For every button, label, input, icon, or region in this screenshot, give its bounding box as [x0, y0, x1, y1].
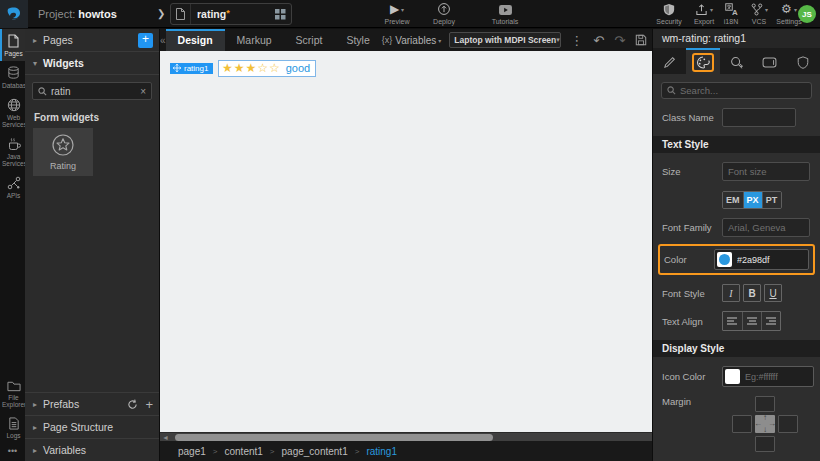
align-right-button[interactable] — [761, 312, 780, 330]
widget-selection-label[interactable]: rating1 — [170, 63, 213, 74]
margin-left-input[interactable] — [732, 415, 752, 433]
font-size-row: Size — [653, 162, 820, 181]
tab-markup[interactable]: Markup — [225, 29, 284, 51]
color-swatch[interactable] — [725, 369, 740, 384]
add-page-button[interactable]: + — [138, 33, 153, 48]
preview-button[interactable]: ▶▾ Preview — [374, 3, 420, 25]
refresh-icon[interactable] — [127, 399, 138, 410]
page-name-input[interactable]: rating* — [191, 8, 269, 20]
design-canvas[interactable]: rating1 ★★★☆☆ good — [160, 51, 652, 432]
icon-color-row: Icon Color — [653, 366, 820, 387]
vcs-button[interactable]: ▾ VCS — [744, 3, 774, 25]
breadcrumb-page-content1[interactable]: page_content1 — [282, 446, 348, 457]
font-color-control[interactable] — [714, 249, 809, 270]
sidebar-item-apis[interactable]: APIs — [0, 171, 25, 203]
property-search-input[interactable] — [680, 85, 806, 96]
more-options-icon[interactable]: ⋮ — [565, 33, 588, 48]
margin-all-handle[interactable]: ↑ ↓ ← → — [755, 415, 775, 433]
filled-stars[interactable]: ★★★ — [222, 61, 257, 75]
i18n-button[interactable]: A i18N — [716, 3, 746, 25]
scrollbar-thumb[interactable] — [175, 434, 493, 441]
breadcrumb-rating1[interactable]: rating1 — [366, 446, 397, 457]
rating-widget-tile[interactable]: Rating — [33, 128, 93, 176]
horizontal-scrollbar[interactable]: ◄ — [160, 432, 652, 441]
color-swatch[interactable] — [717, 252, 732, 267]
save-icon[interactable] — [630, 34, 652, 46]
breadcrumb-page1[interactable]: page1 — [178, 446, 206, 457]
bold-button[interactable]: B — [743, 284, 761, 302]
app-logo[interactable] — [0, 0, 28, 28]
scroll-left-arrow-icon[interactable]: ◄ — [162, 434, 169, 441]
arrow-up-icon: ↑ — [763, 414, 767, 422]
chevron-down-icon[interactable]: ▾ — [401, 6, 404, 13]
security-button[interactable]: Security — [652, 3, 686, 25]
branch-icon — [750, 3, 763, 16]
rating-stars[interactable]: ★★★☆☆ good — [218, 60, 316, 77]
align-left-button[interactable] — [723, 312, 742, 330]
tab-devices[interactable] — [753, 48, 786, 74]
sidebar-item-logs[interactable]: Logs — [0, 412, 25, 443]
chevron-down-icon: ▾ — [438, 37, 441, 44]
sidebar-item-pages[interactable]: Pages — [0, 29, 25, 61]
property-search-box[interactable] — [661, 82, 812, 99]
margin-top-input[interactable] — [755, 396, 775, 412]
font-color-input[interactable] — [737, 255, 806, 265]
font-family-input[interactable] — [722, 218, 810, 237]
pencil-icon — [663, 56, 676, 69]
variables-button[interactable]: {x} Variables ▾ — [382, 29, 441, 51]
arrow-left-icon: ← — [754, 420, 762, 428]
project-name: howtos — [78, 8, 117, 20]
margin-right-input[interactable] — [778, 415, 798, 433]
margin-bottom-input[interactable] — [755, 436, 775, 452]
chevron-down-icon[interactable]: ▾ — [710, 6, 713, 13]
deploy-button[interactable]: Deploy — [424, 3, 464, 25]
tab-events[interactable] — [720, 48, 753, 74]
tab-style[interactable]: Style — [334, 29, 381, 51]
widget-search-input[interactable] — [51, 86, 140, 97]
project-label: Project: howtos — [38, 0, 117, 28]
unit-pt-button[interactable]: PT — [762, 192, 781, 208]
class-name-input[interactable] — [722, 108, 796, 127]
font-size-input[interactable] — [722, 162, 810, 181]
sidebar-item-java-services[interactable]: Java Services — [0, 132, 25, 171]
underline-button[interactable]: U — [764, 284, 782, 302]
widget-search-box[interactable]: × — [32, 82, 152, 100]
tab-script[interactable]: Script — [284, 29, 335, 51]
sidebar-item-file-explorer[interactable]: File Explorer — [0, 375, 25, 412]
icon-color-input[interactable] — [745, 372, 811, 382]
empty-stars[interactable]: ☆☆ — [257, 61, 281, 75]
tab-styles[interactable] — [686, 48, 719, 74]
variables-section-header[interactable]: ▸ Variables — [25, 438, 159, 461]
tab-security[interactable] — [787, 48, 820, 74]
tab-properties[interactable] — [653, 48, 686, 74]
tutorials-button[interactable]: Tutorials — [482, 3, 528, 25]
export-icon — [695, 3, 708, 16]
undo-icon[interactable]: ↶ — [588, 33, 609, 48]
prefabs-section-header[interactable]: ▸ Prefabs + — [25, 392, 159, 415]
clear-search-icon[interactable]: × — [140, 86, 146, 97]
color-dot — [719, 254, 730, 265]
chevron-down-icon[interactable]: ▾ — [794, 6, 797, 13]
more-icon[interactable]: ••• — [0, 443, 25, 459]
chevron-down-icon[interactable]: ▾ — [765, 6, 768, 13]
page-structure-section-header[interactable]: ▸ Page Structure — [25, 415, 159, 438]
grid-view-icon[interactable] — [269, 4, 291, 24]
add-prefab-icon[interactable]: + — [145, 397, 153, 412]
device-select[interactable]: Laptop with MDPI Screen ▾ — [449, 32, 561, 48]
tab-design[interactable]: Design — [166, 29, 225, 51]
italic-button[interactable]: I — [722, 284, 740, 302]
unit-em-button[interactable]: EM — [723, 192, 743, 208]
rating-widget-on-canvas[interactable]: rating1 ★★★☆☆ good — [170, 58, 316, 77]
icon-color-control[interactable] — [722, 366, 814, 387]
sidebar-item-databases[interactable]: Databases — [0, 61, 25, 93]
breadcrumb-content1[interactable]: content1 — [224, 446, 262, 457]
deploy-icon — [437, 2, 451, 16]
unit-px-button[interactable]: PX — [743, 192, 762, 208]
page-name-box[interactable]: rating* — [170, 3, 292, 25]
pages-section-header[interactable]: ▸ Pages + — [25, 29, 159, 52]
widgets-section-header[interactable]: ▾ Widgets — [25, 52, 159, 75]
redo-icon[interactable]: ↷ — [609, 33, 630, 48]
user-avatar[interactable]: JS — [798, 5, 816, 23]
sidebar-item-web-services[interactable]: Web Services — [0, 93, 25, 132]
align-center-button[interactable] — [742, 312, 761, 330]
